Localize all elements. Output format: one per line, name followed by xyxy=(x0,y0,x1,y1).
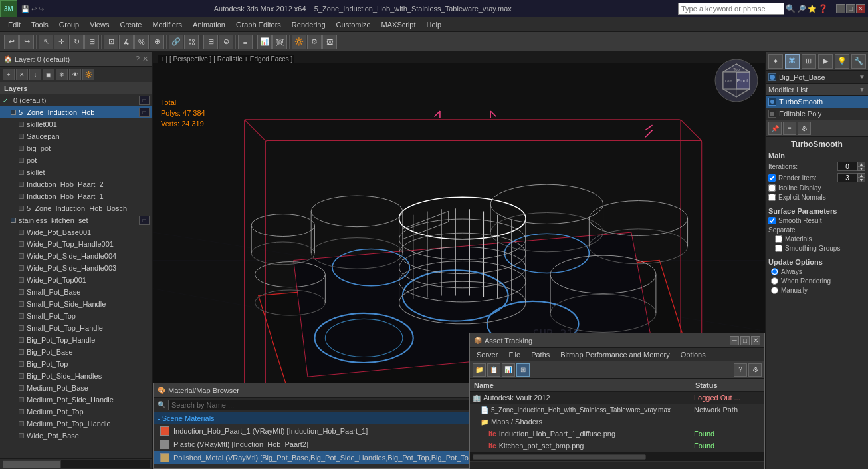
ts-smooth-check[interactable] xyxy=(768,217,776,224)
rp-hierarchy-icon[interactable]: ⊞ xyxy=(802,54,816,69)
modifier-turbosmooth[interactable]: TurboSmooth xyxy=(766,96,868,108)
layer-item[interactable]: Medium_Pot_Top xyxy=(0,406,152,418)
search-input[interactable] xyxy=(678,3,784,15)
layer-item[interactable]: Wide_Pot_Side_Handle003 xyxy=(0,262,152,274)
layer-item[interactable]: Small_Pot_Top_Handle xyxy=(0,322,152,334)
layer-item[interactable]: skillet001 xyxy=(0,118,152,130)
asset-menu-options[interactable]: Options xyxy=(677,349,710,360)
menu-maxscript[interactable]: MAXScript xyxy=(376,19,421,30)
layer-item[interactable]: Wide_Pot_Base001 xyxy=(0,226,152,238)
asset-tracking-close[interactable]: ✕ xyxy=(751,336,760,345)
asset-menu-file[interactable]: File xyxy=(504,349,524,360)
viewport-gizmo[interactable]: Front Top Left xyxy=(713,57,760,104)
ts-isoline-check[interactable] xyxy=(768,184,776,192)
rp-modify-icon[interactable]: ⌘ xyxy=(785,54,800,69)
toolbar-align-icon[interactable]: ⊜ xyxy=(219,35,233,49)
maximize-btn[interactable]: □ xyxy=(846,4,855,13)
layer-item[interactable]: Medium_Pot_Side_Handle xyxy=(0,394,152,406)
ts-iterations-down[interactable]: ▼ xyxy=(857,166,865,171)
asset-settings-icon[interactable]: ⚙ xyxy=(748,363,762,377)
toolbar-mirror-icon[interactable]: ⊟ xyxy=(203,35,218,49)
layer-item[interactable]: Induction_Hob_Paart_2 xyxy=(0,178,152,190)
favorites-icon[interactable]: ⭐ xyxy=(808,5,817,13)
layer-item[interactable]: Saucepan xyxy=(0,130,152,142)
layer-item[interactable]: 5_Zone_Induction_Hob□ xyxy=(0,106,152,118)
asset-tracking-maximize[interactable]: □ xyxy=(740,336,750,345)
asset-png1-row[interactable]: ifc Induction_Hob_Paart_1_diffuse.png Fo… xyxy=(470,428,764,440)
asset-btn-2[interactable]: 📋 xyxy=(487,363,500,377)
layer-help-icon[interactable]: ? xyxy=(136,55,140,63)
layer-item[interactable]: Wide_Pot_Side_Handle004 xyxy=(0,250,152,262)
toolbar-schematic-icon[interactable]: 🕸 xyxy=(272,35,287,49)
modifier-editable-poly[interactable]: Editable Poly xyxy=(766,108,868,120)
menu-customize[interactable]: Customize xyxy=(331,19,376,30)
asset-vault-row[interactable]: 🏢 Autodesk Vault 2012 Logged Out ... xyxy=(470,392,764,404)
search-btn2[interactable]: 🔎 xyxy=(797,5,806,13)
modifier-list-dropdown[interactable]: ▼ xyxy=(859,86,865,93)
ts-iterations-input[interactable] xyxy=(837,162,857,171)
asset-tracking-minimize[interactable]: ─ xyxy=(730,336,739,345)
ts-rendering-radio[interactable] xyxy=(771,277,778,285)
toolbar-percent-icon[interactable]: % xyxy=(134,35,149,49)
rp-display-icon[interactable]: 💡 xyxy=(835,54,849,69)
toolbar-spinner-icon[interactable]: ⊕ xyxy=(150,35,164,49)
toolbar-link-icon[interactable]: 🔗 xyxy=(169,35,183,49)
ts-smoothing-check[interactable] xyxy=(775,245,782,252)
layer-item[interactable]: Big_Pot_Side_Handles xyxy=(0,370,152,382)
close-btn-win[interactable]: ✕ xyxy=(856,4,865,13)
asset-help-icon[interactable]: ? xyxy=(734,363,747,377)
menu-modifiers[interactable]: Modifiers xyxy=(147,19,187,30)
toolbar-render-frame-icon[interactable]: 🖼 xyxy=(322,35,337,49)
object-name-dropdown[interactable]: ▼ xyxy=(859,73,865,80)
asset-menu-paths[interactable]: Paths xyxy=(527,349,554,360)
toolbar-scale-icon[interactable]: ⊞ xyxy=(84,35,99,49)
asset-btn-3[interactable]: 📊 xyxy=(502,363,515,377)
ts-renderiters-check[interactable] xyxy=(768,174,776,182)
menu-rendering[interactable]: Rendering xyxy=(286,19,331,30)
toolbar-render-setup-icon[interactable]: ⚙ xyxy=(307,35,322,49)
menu-graph-editors[interactable]: Graph Editors xyxy=(231,19,286,30)
layer-close-icon[interactable]: ✕ xyxy=(142,55,148,63)
menu-edit[interactable]: Edit xyxy=(3,19,26,30)
toolbar-snap-icon[interactable]: ⊡ xyxy=(104,35,118,49)
menu-animation[interactable]: Animation xyxy=(187,19,231,30)
toolbar-unlink-icon[interactable]: ⛓ xyxy=(184,35,199,49)
ts-explicit-check[interactable] xyxy=(768,194,776,201)
menu-help[interactable]: Help xyxy=(421,19,447,30)
layer-item[interactable]: Big_Pot_Base xyxy=(0,346,152,358)
asset-col-status-header[interactable]: Status xyxy=(691,381,764,389)
ts-materials-check[interactable] xyxy=(775,235,782,243)
asset-col-name-header[interactable]: Name xyxy=(470,381,691,389)
asset-btn-1[interactable]: 📁 xyxy=(473,363,486,377)
menu-group[interactable]: Group xyxy=(54,19,85,30)
ts-iterations-up[interactable]: ▲ xyxy=(857,162,865,166)
layer-item[interactable]: skillet xyxy=(0,166,152,178)
menu-tools[interactable]: Tools xyxy=(26,19,54,30)
layer-item[interactable]: Wide_Pot_Top_Handle001 xyxy=(0,238,152,250)
layer-item[interactable]: Medium_Pot_Top_Handle xyxy=(0,418,152,430)
layer-item[interactable]: Wide_Pot_Base xyxy=(0,430,152,442)
layer-item[interactable]: 5_Zone_Induction_Hob_Bosch xyxy=(0,202,152,214)
layer-freeze-btn[interactable]: ❄ xyxy=(56,69,68,80)
layer-item[interactable]: Induction_Hob_Paart_1 xyxy=(0,190,152,202)
asset-png2-row[interactable]: ifc Kitchen_pot_set_bmp.png Found xyxy=(470,440,764,452)
ts-renderiters-down[interactable]: ▼ xyxy=(857,178,865,182)
add-selected-btn[interactable]: ↓ xyxy=(29,69,41,80)
search-icon[interactable]: 🔍 xyxy=(786,4,796,13)
rp-motion-icon[interactable]: ▶ xyxy=(818,54,833,69)
layer-render-btn[interactable]: 🔆 xyxy=(82,69,94,80)
rp-create-icon[interactable]: ✦ xyxy=(768,54,783,69)
layer-item[interactable]: stainless_kitchen_set□ xyxy=(0,214,152,226)
ts-manually-radio[interactable] xyxy=(771,287,778,294)
ts-renderiters-up[interactable]: ▲ xyxy=(857,173,865,178)
layer-item[interactable]: Big_Pot_Top_Handle xyxy=(0,334,152,346)
toolbar-select-icon[interactable]: ↖ xyxy=(39,35,53,49)
minimize-btn[interactable]: ─ xyxy=(836,4,845,13)
layer-item[interactable]: Medium_Pot_Base xyxy=(0,382,152,394)
delete-layer-btn[interactable]: ✕ xyxy=(16,69,28,80)
toolbar-move-icon[interactable]: ✛ xyxy=(54,35,68,49)
toolbar-layers-icon[interactable]: ≡ xyxy=(238,35,253,49)
asset-btn-4[interactable]: ⊞ xyxy=(516,363,530,377)
menu-create[interactable]: Create xyxy=(114,19,147,30)
ts-renderiters-input[interactable] xyxy=(837,173,857,182)
